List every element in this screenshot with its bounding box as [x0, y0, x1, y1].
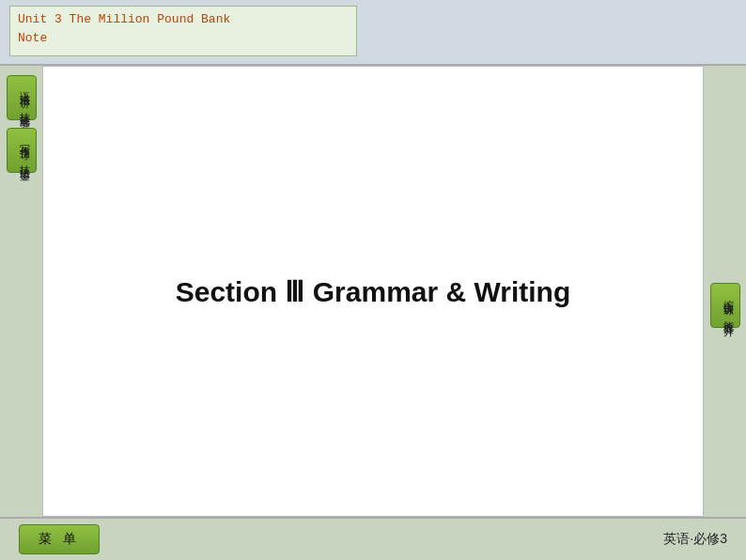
sidebar-btn-comprehensive-label: 综合训练·能力提升	[723, 291, 735, 319]
unit-line2: Note	[18, 31, 47, 45]
bottom-right-label: 英语·必修3	[663, 531, 727, 548]
left-sidebar: 语法精讲·技能培养 写作指导·技法借鉴	[0, 66, 42, 545]
sidebar-btn-writing-label: 写作指导·技法借鉴	[20, 136, 31, 164]
sidebar-btn-grammar-label: 语法精讲·技能培养	[20, 84, 31, 112]
sidebar-btn-writing[interactable]: 写作指导·技法借鉴	[7, 128, 37, 173]
bottom-bar: 菜 单 英语·必修3	[0, 517, 746, 560]
sidebar-btn-comprehensive[interactable]: 综合训练·能力提升	[710, 283, 740, 328]
unit-line1: Unit 3 The Million Pound Bank	[18, 12, 230, 26]
menu-button[interactable]: 菜 单	[19, 524, 100, 554]
sidebar-btn-grammar[interactable]: 语法精讲·技能培养	[7, 75, 37, 120]
unit-title-text: Unit 3 The Million Pound Bank Note	[18, 10, 349, 47]
header-bar: Unit 3 The Million Pound Bank Note	[0, 0, 746, 66]
main-content-area: Section Ⅲ Grammar & Writing	[42, 66, 704, 517]
section-title: Section Ⅲ Grammar & Writing	[176, 275, 571, 308]
right-sidebar: 综合训练·能力提升	[704, 66, 746, 545]
unit-title-box: Unit 3 The Million Pound Bank Note	[9, 6, 357, 56]
